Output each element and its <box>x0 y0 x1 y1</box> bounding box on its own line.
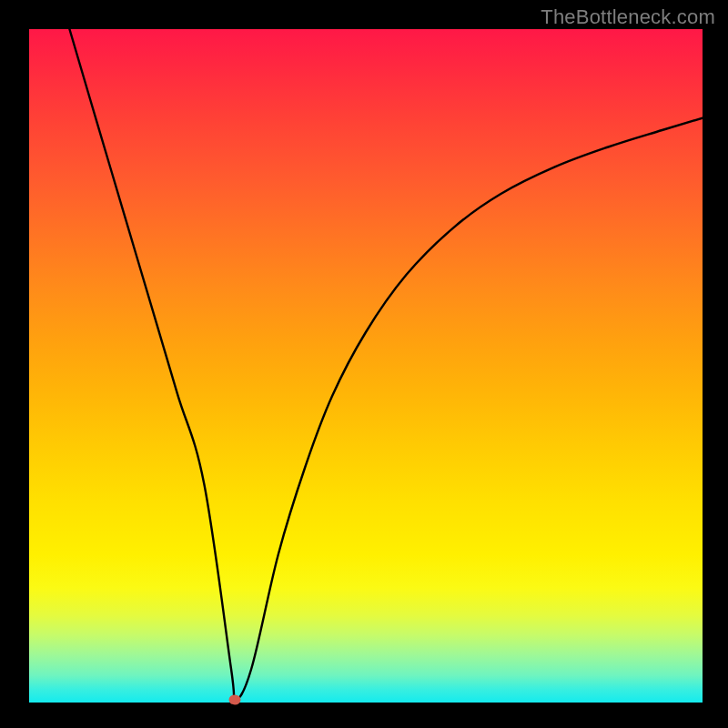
chart-container: TheBottleneck.com <box>0 0 728 728</box>
bottleneck-curve <box>29 29 703 703</box>
watermark-text: TheBottleneck.com <box>541 5 715 29</box>
minimum-marker <box>229 695 241 705</box>
plot-area <box>29 29 703 703</box>
